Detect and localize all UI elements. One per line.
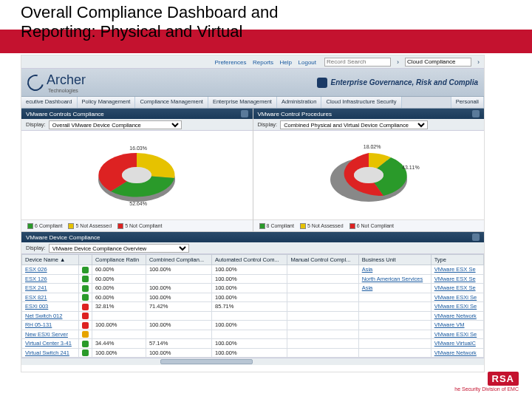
device-name-link[interactable]: ESXi 003 — [22, 302, 79, 312]
bu-link[interactable] — [358, 339, 431, 349]
bu-link[interactable] — [358, 293, 431, 302]
link-logout[interactable]: Logout — [299, 59, 316, 66]
dashboard-selector[interactable] — [405, 58, 471, 66]
col-manual[interactable]: Manual Control Compl... — [287, 255, 358, 265]
type-link[interactable]: VMware VM — [431, 321, 483, 330]
combined-cell — [146, 330, 211, 339]
table-selector[interactable]: VMware Device Compliance Overview — [49, 244, 189, 253]
legend-left: 6 Compliant 5 Not Assessed 5 Not Complia… — [21, 219, 253, 231]
col-type[interactable]: Type — [431, 255, 483, 265]
type-link[interactable]: VMware ESX Se — [431, 284, 483, 293]
table-row: ESX 02660.00%100.00%100.00%AsiaVMware ES… — [22, 265, 484, 275]
auto-cell — [211, 330, 287, 339]
type-link[interactable]: VMware ESXi Se — [431, 302, 483, 312]
nav-tabs: ecutive Dashboard Policy Management Comp… — [21, 97, 484, 109]
panel-collapse-button[interactable] — [472, 233, 480, 241]
tab-policy-mgmt[interactable]: Policy Management — [78, 97, 136, 108]
device-name-link[interactable]: Virtual Switch 241 — [22, 348, 79, 358]
status-icon — [82, 331, 89, 338]
device-name-link[interactable]: ESX 126 — [22, 274, 79, 284]
combined-cell: 100.00% — [146, 348, 211, 358]
device-name-link[interactable]: ESX 821 — [22, 293, 79, 302]
bu-link[interactable] — [358, 302, 431, 312]
device-name-link[interactable]: ESX 241 — [22, 284, 79, 293]
vendor-sub: Technologies — [48, 88, 86, 93]
device-name-link[interactable]: Virtual Center 3-41 — [22, 339, 79, 349]
search-input[interactable] — [324, 58, 391, 66]
rsa-branding: RSA he Security Division of EMC — [454, 372, 519, 392]
chart-area-left: 16.03% 52.64% — [21, 131, 253, 219]
slide-title: Overall Compliance Dashboard and Reporti… — [21, 3, 532, 42]
rating-cell: 100.00% — [92, 321, 146, 330]
link-help[interactable]: Help — [280, 59, 292, 66]
combined-cell: 57.14% — [146, 339, 211, 349]
brand-tagline-icon — [317, 78, 327, 88]
tab-exec-dashboard[interactable]: ecutive Dashboard — [21, 97, 78, 108]
col-device-name[interactable]: Device Name ▲ — [22, 255, 79, 265]
chart-panel-left: VMware Controls Compliance Display: Over… — [21, 109, 253, 231]
link-reports[interactable]: Reports — [253, 59, 273, 66]
top-strip: Preferences Reports Help Logout › › — [21, 55, 484, 69]
panel-toolbar-right: Display: Combined Physical and Virtual D… — [253, 119, 485, 131]
dashboard-go-button[interactable]: › — [477, 58, 480, 66]
type-link[interactable]: VMware Network — [431, 348, 483, 358]
link-preferences[interactable]: Preferences — [214, 59, 246, 66]
type-link[interactable]: VMware ESXi Se — [431, 330, 483, 339]
type-link[interactable]: VMware ESXi Se — [431, 293, 483, 302]
scrollbar-thumb[interactable] — [160, 359, 253, 364]
rsa-logo-box: RSA — [488, 372, 519, 386]
rating-cell: 60.00% — [92, 293, 146, 302]
device-compliance-panel: VMware Device Compliance Display: VMware… — [21, 232, 484, 358]
horizontal-scrollbar[interactable] — [21, 358, 484, 365]
combined-cell: 100.00% — [146, 293, 211, 302]
manual-cell — [287, 302, 358, 312]
tab-enterprise-mgmt[interactable]: Enterprise Management — [208, 97, 277, 108]
combined-cell: 100.00% — [146, 321, 211, 330]
tab-administration[interactable]: Administration — [277, 97, 322, 108]
tab-personalize[interactable]: Personali — [451, 97, 484, 108]
manual-cell — [287, 330, 358, 339]
vendor-name: Archer — [47, 72, 86, 87]
manual-cell — [287, 284, 358, 293]
table-row: ESX 82160.00%100.00%100.00%VMware ESXi S… — [22, 293, 484, 302]
bu-link[interactable] — [358, 311, 431, 321]
chart-selector-right[interactable]: Combined Physical and Virtual Device Com… — [280, 120, 428, 129]
status-cell — [78, 339, 92, 349]
auto-cell — [211, 311, 287, 321]
panel-collapse-button[interactable] — [472, 110, 480, 117]
bu-link[interactable] — [358, 321, 431, 330]
slice-label-right: 43.11% — [402, 165, 420, 170]
device-name-link[interactable]: New ESXi Server — [22, 330, 79, 339]
col-auto[interactable]: Automated Control Com... — [211, 255, 287, 265]
device-name-link[interactable]: Net Switch 012 — [22, 311, 79, 321]
type-link[interactable]: VMware VirtualC — [431, 339, 483, 349]
status-icon — [82, 285, 89, 292]
status-cell — [78, 265, 92, 275]
rating-cell: 100.00% — [92, 348, 146, 358]
table-row: ESX 24160.00%100.00%100.00%AsiaVMware ES… — [22, 284, 484, 293]
type-link[interactable]: VMware Network — [431, 311, 483, 321]
type-link[interactable]: VMware ESX Se — [431, 265, 483, 275]
device-name-link[interactable]: ESX 026 — [22, 265, 79, 275]
status-cell — [78, 311, 92, 321]
tab-cloud-security[interactable]: Cloud Infrastructure Security — [321, 97, 401, 108]
bu-link[interactable] — [358, 348, 431, 358]
bu-link[interactable]: Asia — [358, 284, 431, 293]
manual-cell — [287, 339, 358, 349]
device-name-link[interactable]: RH 05-131 — [22, 321, 79, 330]
legend-right: 8 Compliant 5 Not Assessed 6 Not Complia… — [253, 219, 485, 231]
col-combined[interactable]: Combined Complian... — [146, 255, 211, 265]
tab-compliance-mgmt[interactable]: Compliance Management — [135, 97, 208, 108]
auto-cell: 100.00% — [211, 348, 287, 358]
bu-link[interactable] — [358, 330, 431, 339]
search-go-button[interactable]: › — [397, 58, 399, 66]
col-rating[interactable]: Compliance Ratin — [92, 255, 146, 265]
bu-link[interactable]: North American Services — [358, 274, 431, 284]
chart-selector-left[interactable]: Overall VMware Device Compliance — [49, 120, 182, 129]
display-label: Display: — [26, 121, 46, 128]
col-status[interactable] — [78, 255, 92, 265]
col-bu[interactable]: Business Unit — [358, 255, 431, 265]
panel-collapse-button[interactable] — [241, 110, 248, 117]
type-link[interactable]: VMware ESX Se — [431, 274, 483, 284]
bu-link[interactable]: Asia — [358, 265, 431, 275]
